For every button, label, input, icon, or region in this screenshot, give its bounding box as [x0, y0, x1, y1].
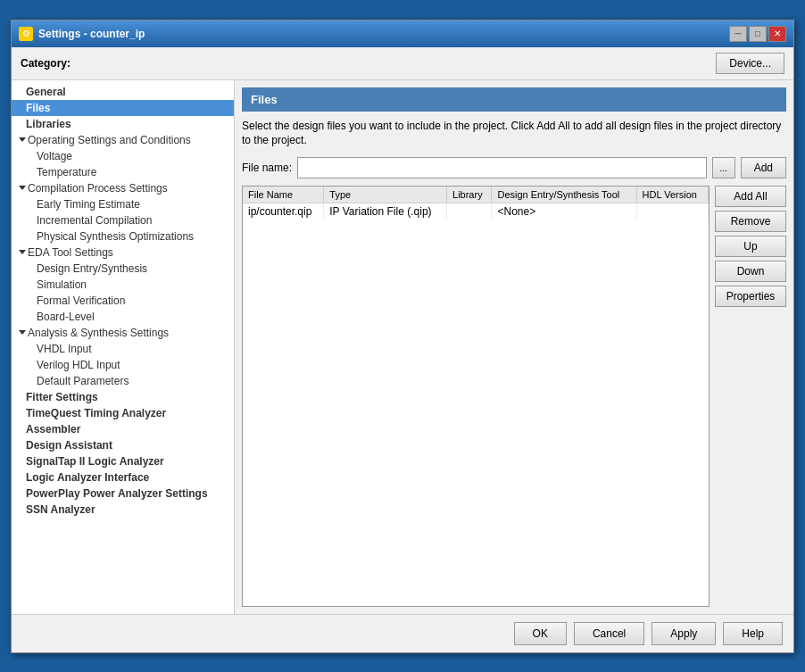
expand-icon-compilation	[19, 186, 26, 190]
sidebar-item-assembler[interactable]: Assembler	[12, 421, 234, 437]
remove-button[interactable]: Remove	[715, 211, 786, 232]
add-all-button[interactable]: Add All	[715, 186, 786, 207]
sidebar-item-physical-synthesis[interactable]: Physical Synthesis Optimizations	[12, 228, 234, 245]
sidebar-item-temperature[interactable]: Temperature	[12, 164, 234, 180]
cell-design-entry: <None>	[492, 203, 636, 220]
col-hdl-version: HDL Version	[636, 187, 708, 203]
sidebar-group-analysis[interactable]: Analysis & Synthesis Settings	[12, 325, 234, 341]
side-buttons: Add All Remove Up Down Properties	[715, 186, 786, 606]
expand-icon-eda	[19, 250, 26, 254]
expand-icon-operating	[19, 137, 26, 142]
sidebar-item-vhdl-input[interactable]: VHDL Input	[12, 341, 234, 357]
table-row[interactable]: ip/counter.qip IP Variation File (.qip) …	[243, 203, 709, 220]
col-type: Type	[324, 187, 447, 203]
sidebar-item-powerplay[interactable]: PowerPlay Power Analyzer Settings	[12, 485, 234, 502]
ok-button[interactable]: OK	[514, 622, 567, 645]
cell-library	[447, 203, 492, 220]
device-button[interactable]: Device...	[716, 53, 784, 74]
maximize-button[interactable]: □	[749, 26, 767, 42]
sidebar-item-verilog-hdl[interactable]: Verilog HDL Input	[12, 357, 234, 373]
sidebar-item-general[interactable]: General	[12, 84, 234, 100]
cell-file-name: ip/counter.qip	[243, 203, 324, 220]
down-button[interactable]: Down	[715, 261, 786, 282]
sidebar-item-analysis-label: Analysis & Synthesis Settings	[28, 327, 169, 339]
file-name-label: File name:	[242, 162, 292, 174]
up-button[interactable]: Up	[715, 236, 786, 257]
sidebar-item-operating-label: Operating Settings and Conditions	[28, 134, 191, 146]
files-area: File Name Type Library Design Entry/Synt…	[242, 186, 786, 606]
col-file-name: File Name	[243, 187, 324, 203]
right-panel: Files Select the design files you want t…	[235, 80, 793, 614]
properties-button[interactable]: Properties	[715, 286, 786, 307]
settings-window: ⚙ Settings - counter_ip ─ □ ✕ Category: …	[11, 20, 794, 653]
minimize-button[interactable]: ─	[729, 26, 747, 42]
expand-icon-analysis	[19, 330, 26, 335]
cell-hdl-version	[636, 203, 708, 220]
sidebar-item-design-assistant[interactable]: Design Assistant	[12, 437, 234, 453]
category-label: Category:	[21, 57, 71, 70]
panel-description: Select the design files you want to incl…	[242, 119, 786, 149]
help-button[interactable]: Help	[723, 622, 783, 645]
app-icon: ⚙	[19, 27, 33, 41]
main-content: General Files Libraries Operating Settin…	[12, 80, 793, 614]
sidebar-item-eda-label: EDA Tool Settings	[28, 246, 113, 259]
cancel-button[interactable]: Cancel	[574, 622, 644, 645]
sidebar-item-logic-analyzer-interface[interactable]: Logic Analyzer Interface	[12, 469, 234, 485]
sidebar-group-eda[interactable]: EDA Tool Settings	[12, 245, 234, 261]
bottom-bar: OK Cancel Apply Help	[12, 614, 793, 652]
cell-type: IP Variation File (.qip)	[324, 203, 447, 220]
browse-button[interactable]: ...	[712, 157, 735, 178]
sidebar-item-voltage[interactable]: Voltage	[12, 148, 234, 164]
panel-header: Files	[242, 87, 786, 112]
sidebar-item-libraries[interactable]: Libraries	[12, 116, 234, 132]
add-button[interactable]: Add	[741, 157, 786, 178]
window-controls: ─ □ ✕	[729, 26, 786, 42]
col-library: Library	[447, 187, 492, 203]
sidebar-item-fitter[interactable]: Fitter Settings	[12, 389, 234, 405]
window-title: Settings - counter_ip	[38, 28, 145, 40]
file-name-input[interactable]	[297, 157, 707, 178]
sidebar-item-compilation-label: Compilation Process Settings	[28, 182, 168, 195]
apply-button[interactable]: Apply	[651, 622, 716, 645]
sidebar-item-simulation[interactable]: Simulation	[12, 277, 234, 293]
sidebar-item-ssn-analyzer[interactable]: SSN Analyzer	[12, 502, 234, 518]
sidebar-group-operating[interactable]: Operating Settings and Conditions	[12, 132, 234, 148]
title-bar-left: ⚙ Settings - counter_ip	[19, 27, 145, 41]
file-table: File Name Type Library Design Entry/Synt…	[243, 187, 709, 220]
sidebar-group-compilation[interactable]: Compilation Process Settings	[12, 180, 234, 196]
file-table-container: File Name Type Library Design Entry/Synt…	[242, 186, 710, 606]
sidebar: General Files Libraries Operating Settin…	[12, 80, 235, 614]
file-input-row: File name: ... Add	[242, 157, 786, 178]
sidebar-item-board-level[interactable]: Board-Level	[12, 309, 234, 325]
sidebar-item-files[interactable]: Files	[12, 100, 234, 116]
sidebar-item-incremental-compilation[interactable]: Incremental Compilation	[12, 212, 234, 228]
content-area: Category: Device... General Files Librar…	[12, 47, 793, 652]
sidebar-item-default-params[interactable]: Default Parameters	[12, 373, 234, 389]
sidebar-item-early-timing[interactable]: Early Timing Estimate	[12, 196, 234, 212]
top-bar: Category: Device...	[12, 47, 793, 80]
sidebar-item-timequest[interactable]: TimeQuest Timing Analyzer	[12, 405, 234, 421]
sidebar-item-formal-verification[interactable]: Formal Verification	[12, 293, 234, 309]
sidebar-item-signaltap[interactable]: SignalTap II Logic Analyzer	[12, 453, 234, 469]
col-design-entry: Design Entry/Synthesis Tool	[492, 187, 636, 203]
title-bar: ⚙ Settings - counter_ip ─ □ ✕	[12, 21, 793, 47]
close-button[interactable]: ✕	[768, 26, 786, 42]
sidebar-item-design-entry[interactable]: Design Entry/Synthesis	[12, 261, 234, 277]
